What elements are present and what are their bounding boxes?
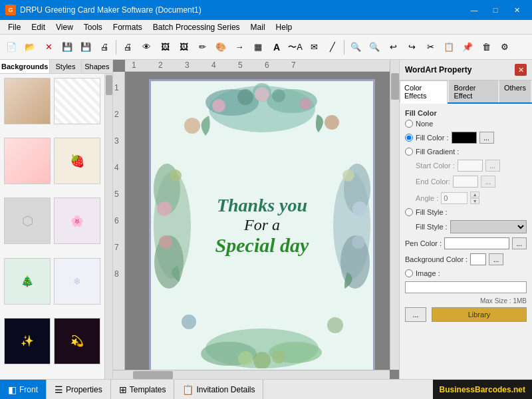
tb-img1[interactable]: 🖼 [156,39,174,56]
fill-color-picker-btn[interactable]: ... [479,132,494,144]
panel-scrollbar[interactable] [104,74,112,379]
templates-icon: ⊞ [119,384,127,395]
canvas-area[interactable]: 1 2 3 4 5 6 7 1 2 3 4 5 6 7 8 [113,60,399,379]
svg-point-45 [327,317,343,333]
tb-open[interactable]: 📂 [21,39,39,56]
svg-point-27 [157,201,172,216]
menu-mail[interactable]: Mail [245,21,271,33]
toolbar-sep-2 [344,40,344,55]
menu-file[interactable]: File [3,21,26,33]
menu-edit[interactable]: Edit [26,21,51,33]
tb-envelope[interactable]: ✉ [305,39,323,56]
canvas-vscroll[interactable] [390,60,399,370]
tb-redo[interactable]: ↪ [403,39,420,56]
maximize-button[interactable]: □ [485,3,505,17]
bg-thumb-6[interactable]: 🌸 [54,198,100,244]
fill-color-label: Fill Color [405,109,527,117]
tb-new[interactable]: 📄 [3,39,20,56]
menu-view[interactable]: View [51,21,78,33]
svg-point-19 [272,89,285,102]
bg-color-swatch[interactable] [470,253,486,265]
image-radio[interactable] [405,269,413,277]
menu-batch[interactable]: Batch Processing Series [148,21,245,33]
tb-text[interactable]: A [268,39,285,56]
fill-style-select[interactable] [450,220,527,233]
wordart-close-button[interactable]: ✕ [515,64,527,76]
svg-point-33 [352,201,367,216]
tb-cut[interactable]: ✂ [422,39,439,56]
bg-thumb-5[interactable]: ⬡ [4,198,51,244]
bg-thumb-2[interactable] [54,78,100,124]
minimize-button[interactable]: — [464,3,484,17]
bg-color-btn[interactable]: ... [489,253,503,265]
fill-color-radio[interactable] [405,134,413,142]
tab-templates[interactable]: ⊞ Templates [111,380,175,400]
invitation-label: Invitation Details [196,385,255,394]
fill-none-label: None [416,120,433,128]
tab-styles[interactable]: Styles [50,60,81,73]
tb-wave[interactable]: 〜A [287,39,304,56]
pen-color-btn[interactable]: ... [512,237,527,249]
image-path-input[interactable] [405,281,527,293]
svg-text:3: 3 [114,136,119,146]
fill-none-radio[interactable] [405,120,413,128]
invitation-icon: 📋 [182,384,194,395]
ruler-left: 1 2 3 4 5 6 7 8 [113,72,125,370]
fill-gradient-radio[interactable] [405,148,413,156]
tb-line[interactable]: ╱ [324,39,341,56]
bg-thumb-1[interactable] [4,78,51,124]
tb-pen[interactable]: ✏ [194,39,211,56]
close-button[interactable]: ✕ [507,3,527,17]
tab-invitation[interactable]: 📋 Invitation Details [174,380,263,400]
tb-arrow[interactable]: → [231,39,248,56]
tb-close-doc[interactable]: ✕ [40,39,57,56]
bg-thumb-10[interactable]: 💫 [54,318,100,364]
canvas-hscroll[interactable] [113,370,390,379]
tab-shapes[interactable]: Shapes [82,60,112,73]
tb-save[interactable]: 💾 [59,39,76,56]
tab-properties[interactable]: ☰ Properties [47,380,111,400]
image-browse-btn[interactable]: ... [405,307,426,322]
tb-zoom-out[interactable]: 🔍 [366,39,383,56]
image-path-row [405,281,527,293]
tb-zoom-in[interactable]: 🔍 [347,39,364,56]
tab-others[interactable]: Others [499,80,531,102]
pen-color-row: Pen Color : ... [405,237,527,249]
tb-paste[interactable]: 📌 [459,39,476,56]
brand-text: BusinessBarcodes.net [440,385,525,394]
tab-border-effect[interactable]: Border Effect [449,80,498,102]
tb-settings[interactable]: ⚙ [496,39,513,56]
bg-thumb-7[interactable]: 🎄 [4,258,51,305]
bg-thumb-9[interactable]: ✨ [4,318,51,364]
tb-barcode[interactable]: ▦ [249,39,267,56]
tab-backgrounds[interactable]: Backgrounds [0,60,50,73]
tb-preview[interactable]: 👁 [138,39,155,56]
tb-undo[interactable]: ↩ [384,39,402,56]
svg-point-44 [182,315,196,329]
svg-text:7: 7 [291,61,296,70]
tab-color-effects[interactable]: Color Effects [400,80,448,104]
start-color-label: Start Color : [416,162,455,170]
tb-img2[interactable]: 🖼 [175,39,192,56]
tab-front[interactable]: ◧ Front [0,380,47,400]
pen-color-swatch[interactable] [444,237,509,249]
image-library-btn[interactable]: Library [432,307,527,322]
tb-save-as[interactable]: 💾 [77,39,94,56]
bg-thumb-8[interactable]: ❄ [54,258,100,305]
menu-help[interactable]: Help [271,21,298,33]
tb-copy[interactable]: 📋 [440,39,458,56]
bg-thumb-4[interactable]: 🍓 [54,138,100,184]
menu-formats[interactable]: Formats [108,21,148,33]
fill-color-swatch[interactable] [452,132,477,144]
fill-style-radio[interactable] [405,208,413,216]
menu-tools[interactable]: Tools [78,21,108,33]
tb-print[interactable]: 🖨 [96,39,113,56]
bg-thumb-3[interactable] [4,138,51,184]
svg-point-41 [253,352,271,368]
svg-point-21 [212,99,225,112]
tb-color[interactable]: 🎨 [212,39,229,56]
tb-print2[interactable]: 🖨 [119,39,136,56]
svg-text:1: 1 [132,61,136,70]
menu-bar: File Edit View Tools Formats Batch Proce… [0,20,532,35]
tb-delete[interactable]: 🗑 [477,39,495,56]
